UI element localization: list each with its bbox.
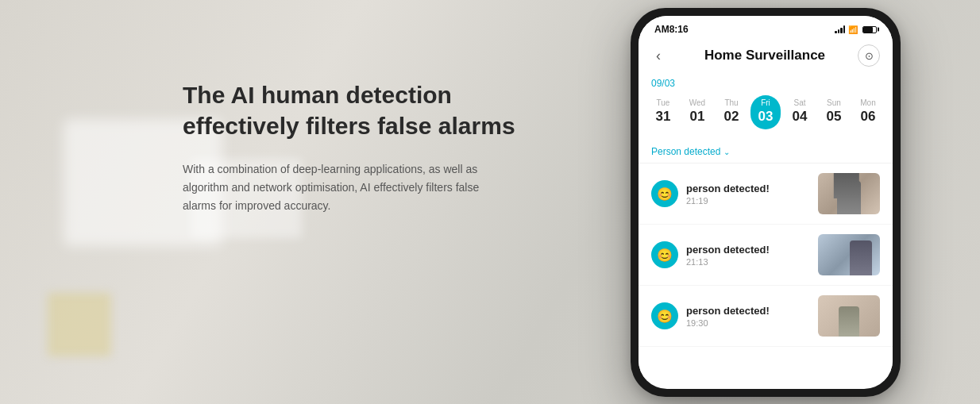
bg-object-3 <box>48 293 111 356</box>
status-bar: AM8:16 📶 <box>639 16 893 38</box>
left-panel: The AI human detection effectively filte… <box>183 79 524 215</box>
signal-icon <box>835 25 845 33</box>
event-info: person detected! 21:13 <box>686 244 810 267</box>
filter-chevron-icon: ⌄ <box>723 148 730 156</box>
event-time: 21:19 <box>686 196 810 206</box>
event-time: 19:30 <box>686 318 810 328</box>
event-info: person detected! 21:19 <box>686 183 810 206</box>
event-item-1[interactable]: 😊 person detected! 21:13 <box>639 225 893 286</box>
filter-label: Person detected <box>651 146 720 157</box>
event-avatar: 😊 <box>651 180 678 207</box>
day-num: 04 <box>793 109 808 125</box>
phone-content: ‹ Home Surveillance ⊙ 09/03 Tue 31 Wed 0… <box>639 38 893 379</box>
event-thumbnail <box>818 295 880 337</box>
date-item-01[interactable]: Wed 01 <box>682 95 712 129</box>
sub-text: With a combination of deep-learning appl… <box>183 160 484 215</box>
day-label: Wed <box>689 98 705 107</box>
date-item-04[interactable]: Sat 04 <box>785 95 815 129</box>
date-picker: Tue 31 Wed 01 Thu 02 Fri 03 Sat 04 Sun 0… <box>639 90 893 137</box>
day-label: Sun <box>827 98 841 107</box>
filter-row: Person detected ⌄ <box>639 137 893 164</box>
event-item-2[interactable]: 😊 person detected! 19:30 <box>639 286 893 347</box>
day-num: 01 <box>690 109 705 125</box>
date-item-06[interactable]: Mon 06 <box>853 95 883 129</box>
event-thumbnail <box>818 173 880 214</box>
phone-mockup: AM8:16 📶 ‹ Home Surveillance ⊙ <box>631 8 901 397</box>
day-num: 06 <box>861 109 876 125</box>
date-item-03[interactable]: Fri 03 <box>750 95 781 129</box>
wifi-icon: 📶 <box>848 25 858 34</box>
day-label: Fri <box>761 98 770 107</box>
filter-tag[interactable]: Person detected ⌄ <box>651 146 730 157</box>
back-button[interactable]: ‹ <box>651 46 666 66</box>
day-label: Tue <box>657 98 670 107</box>
event-title: person detected! <box>686 244 810 256</box>
app-header: ‹ Home Surveillance ⊙ <box>639 38 893 73</box>
phone-outer: AM8:16 📶 ‹ Home Surveillance ⊙ <box>631 8 901 397</box>
date-item-05[interactable]: Sun 05 <box>819 95 849 129</box>
event-item-0[interactable]: 😊 person detected! 21:19 <box>639 164 893 225</box>
events-list: 😊 person detected! 21:19 😊 person detect… <box>639 164 893 379</box>
day-label: Sat <box>793 98 805 107</box>
event-info: person detected! 19:30 <box>686 305 810 328</box>
event-thumbnail <box>818 234 880 275</box>
event-avatar: 😊 <box>651 302 678 329</box>
main-heading: The AI human detection effectively filte… <box>183 79 524 141</box>
date-label: 09/03 <box>639 73 893 90</box>
battery-icon <box>862 26 877 33</box>
settings-button[interactable]: ⊙ <box>858 44 880 67</box>
header-title: Home Surveillance <box>672 48 858 63</box>
day-num: 31 <box>656 109 671 125</box>
phone-inner: AM8:16 📶 ‹ Home Surveillance ⊙ <box>639 16 893 389</box>
event-title: person detected! <box>686 183 810 194</box>
event-title: person detected! <box>686 305 810 317</box>
day-num: 03 <box>758 109 774 125</box>
day-num: 05 <box>827 109 842 125</box>
event-avatar: 😊 <box>651 241 678 268</box>
date-item-02[interactable]: Thu 02 <box>716 95 747 129</box>
day-num: 02 <box>724 109 739 125</box>
status-time: AM8:16 <box>654 24 689 35</box>
event-time: 21:13 <box>686 257 810 267</box>
day-label: Thu <box>724 98 738 107</box>
status-icons: 📶 <box>835 25 877 34</box>
date-item-31[interactable]: Tue 31 <box>648 95 678 129</box>
day-label: Mon <box>860 98 875 107</box>
